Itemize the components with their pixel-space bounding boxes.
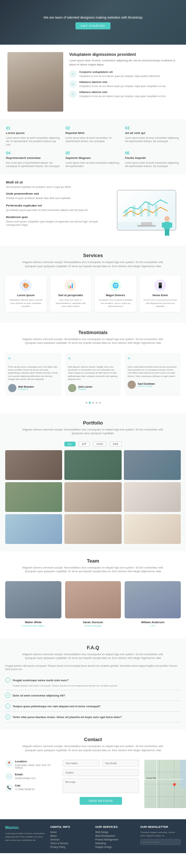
stat-title: Reprehenderit molestiae [6,156,61,160]
map-water [180,760,186,789]
feature-icon: ✓ [69,70,77,78]
testimonial-text: Enim nulla aliquet porttitor lacus luctu… [128,365,178,378]
svg-rect-7 [162,222,164,228]
form-email-input[interactable] [102,760,139,767]
testimonial-dots [0,400,186,406]
service-icon: 🎨 [20,279,32,291]
hero-cta-button[interactable]: GET STARTED [76,22,110,29]
portfolio-item[interactable] [5,482,62,512]
faq-title: F.A.Q [7,645,179,650]
stat-title: Ad ad velit qui [125,131,180,135]
faq-question[interactable]: + Dolor sit amet consectetur adipiscing … [5,693,181,698]
footer-link[interactable]: Home [50,831,91,833]
portfolio-item[interactable] [64,514,121,544]
testimonial-dot[interactable] [96,402,97,404]
contact-layout: 📍 Location: A108 Adam Street, New York, … [0,756,186,812]
feature-text: Ullamco laboris nisi Ulluptatem et eos e… [79,80,166,88]
feature-block-title: Unde praesentirem sed [6,192,108,195]
portfolio-filter-btn[interactable]: ALL [64,442,76,446]
about-features-list: ✓ Corporis voluptatem sit Ulluptatem et … [69,70,179,98]
author-name: Saul Goodman [138,382,155,385]
location-icon: 📍 [5,760,13,767]
testimonial-card: " Sed aliquam ultrices mauris. Integer a… [65,353,121,396]
hero-text: We are team of talented designers making… [36,16,150,19]
service-title: Magni Dolores [98,294,133,297]
stat-number: 06 [125,151,180,155]
features-intro-title: Modi sit ut [6,180,108,184]
team-grid: Walter White Chief Executive Officer Sar… [0,577,186,631]
form-row-1 [62,760,139,767]
monitor-base [137,225,156,227]
footer-link[interactable]: Terms of Service [50,842,91,845]
footer-service-link[interactable]: Web Design [95,831,136,833]
footer-services-col: Our Services Web DesignWeb DevelopmentPr… [95,825,136,849]
faq-toggle-icon: + [5,714,10,720]
contact-desc: Magnam dolores commodi suscipit. Necessi… [19,744,167,752]
testimonials-section: Testimonials Magnam dolores commodi susc… [0,323,186,413]
faq-question[interactable]: + Tempus quam pellentesque nec nam aliqu… [5,704,181,709]
portfolio-item[interactable] [5,514,62,544]
footer-link[interactable]: Privacy Policy [50,846,91,848]
team-header: Team Magnam dolores commodi suscipit. Ne… [0,551,186,577]
testimonial-dot[interactable] [86,402,87,404]
testimonial-dot[interactable] [99,402,101,404]
footer-link[interactable]: Services [50,838,91,841]
footer-service-link[interactable]: Web Development [95,835,136,837]
footer-about-text: Lorem ipsum dolor sit amet, consectetur … [5,832,46,842]
faq-question[interactable]: − Feugiat scelerisque varius morbi enim … [5,678,181,683]
portfolio-item[interactable] [124,482,181,512]
portfolio-filter-btn[interactable]: CARD [93,442,106,446]
stat-number: 01 [6,126,61,130]
contact-email-item: ✉️ Email: info@example.com [5,773,57,780]
testimonial-author: Matt Brandon Freelancer [8,384,58,392]
author-avatar [128,381,136,389]
faq-question[interactable]: + Tortor vitae purus faucibus ornare. Va… [5,714,181,720]
footer: Maxtor. Lorem ipsum dolor sit amet, cons… [0,819,186,853]
feature-desc: Ulluptatem et eos ea eos laboris quae qu… [79,74,160,78]
email-icon: ✉️ [5,773,13,780]
contact-section: Contact Magnam dolores commodi suscipit.… [0,730,186,819]
svg-point-5 [164,216,170,221]
map-grid-v1 [159,760,160,808]
contact-title: Contact [7,737,179,742]
service-title: Sed ut perspiciatis [53,294,89,297]
feature-title: Corporis voluptatem sit [79,70,160,74]
form-message-input[interactable] [62,778,139,793]
team-photo-inner [5,581,61,618]
portfolio-item[interactable] [5,450,62,480]
stat-desc: Lorem ipsum dolor sit amet consectetur a… [125,161,180,168]
newsletter-input[interactable] [140,839,181,845]
feature-desc: Ulluptatem et eos ea eos laboris quae qu… [79,95,166,98]
service-desc: At vero eos et accusamus et iusto odio d… [143,298,178,308]
submit-button[interactable]: Send Message [80,797,122,805]
portfolio-section: Portfolio Magnam dolores commodi suscipi… [0,413,186,551]
footer-service-link[interactable]: Graphic Design [95,846,136,848]
testimonial-dot[interactable] [92,402,94,404]
services-title: Services [7,253,179,258]
portfolio-item[interactable] [124,514,181,544]
footer-service-link[interactable]: Product Management [95,838,136,841]
service-desc: Excepteur sint occaecat cupidatat non pr… [98,298,133,308]
portfolio-item[interactable] [124,450,181,480]
footer-service-link[interactable]: Marketing [95,842,136,845]
features-image [113,180,180,240]
portfolio-filter-btn[interactable]: WEB [109,442,122,446]
testimonial-text: Sed aliquam ultrices mauris. Integer ant… [68,365,118,381]
footer-link[interactable]: About [50,835,91,837]
portfolio-item[interactable] [64,482,121,512]
contact-call-text: Call: +1 5589 55488 55 [15,784,35,791]
portfolio-filter-btn[interactable]: APP [78,442,90,446]
portfolio-item[interactable] [64,450,121,480]
testimonial-dot[interactable] [89,402,91,404]
form-subject-input[interactable] [62,769,139,776]
about-desc: Lorem ipsum dolor sit amet, consectetur … [69,59,179,67]
faq-header: F.A.Q Magnam dolores commodi suscipit. N… [0,638,186,664]
about-feature-item: ✓ Corporis voluptatem sit Ulluptatem et … [69,70,179,78]
monitor-stand [141,222,152,225]
feature-icon: ✓ [69,90,77,98]
team-member-name: Walter White [5,621,61,624]
feature-block-title: Nonderum quis [6,215,108,219]
form-name-input[interactable] [62,760,100,767]
svg-rect-2 [140,207,143,217]
features-section: Modi sit ut Sint occaecat cupidatat non … [0,174,186,246]
